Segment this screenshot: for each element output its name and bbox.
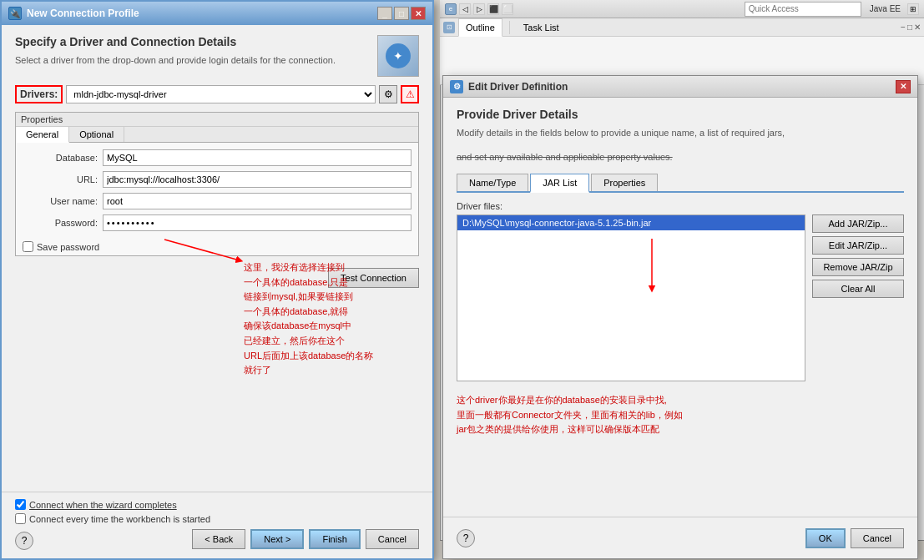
driver-gear-btn[interactable]: ⚙ bbox=[379, 85, 397, 103]
ncp-dialog: 🔌 New Connection Profile _ □ ✕ Specify a… bbox=[0, 0, 434, 560]
connect-start-checkbox[interactable] bbox=[15, 513, 26, 524]
database-label: Database: bbox=[23, 153, 98, 163]
ncp-section-desc: Select a driver from the drop-down and p… bbox=[15, 53, 336, 68]
edit-jar-btn[interactable]: Edit JAR/Zip... bbox=[812, 236, 904, 255]
save-password-row: Save password bbox=[16, 238, 418, 255]
connect-wizard-row: Connect when the wizard completes bbox=[15, 499, 419, 510]
java-ee-label: Java EE bbox=[870, 4, 901, 13]
edd-tabs: Name/Type JAR List Properties bbox=[457, 174, 904, 193]
ncp-close-btn[interactable]: ✕ bbox=[411, 7, 426, 20]
ncp-dialog-title: New Connection Profile bbox=[27, 8, 139, 19]
close-outline-btn[interactable]: ✕ bbox=[914, 23, 921, 32]
toolbar-icon-4[interactable]: ⬜ bbox=[502, 3, 513, 15]
edd-body: Provide Driver Details Modify details in… bbox=[443, 98, 917, 391]
maximize-outline-btn[interactable]: □ bbox=[907, 23, 912, 32]
username-label: User name: bbox=[23, 196, 98, 206]
clear-all-btn[interactable]: Clear All bbox=[812, 280, 904, 298]
left-annotation: 这里，我没有选择连接到 一个具体的database,只是 链接到mysql,如果… bbox=[244, 260, 373, 378]
driver-alert-btn[interactable]: ⚠ bbox=[401, 85, 419, 103]
dialog-bottom: Connect when the wizard completes Connec… bbox=[2, 492, 432, 558]
edd-section-desc2: and set any available and applicable pro… bbox=[457, 150, 904, 164]
edd-help-btn[interactable]: ? bbox=[457, 529, 475, 547]
edd-bottom-btns: OK Cancel bbox=[805, 528, 904, 548]
outline-tab-container: ⊡ Outline bbox=[443, 18, 502, 37]
edd-tab-properties[interactable]: Properties bbox=[591, 174, 658, 191]
properties-group: Properties General Optional Database: UR… bbox=[15, 112, 419, 256]
divider bbox=[509, 21, 510, 34]
ncp-logo-area: ✦ bbox=[377, 35, 419, 77]
connect-wizard-checkbox[interactable] bbox=[15, 499, 26, 510]
password-input[interactable] bbox=[103, 214, 412, 231]
save-password-label: Save password bbox=[37, 242, 99, 252]
edd-ok-btn[interactable]: OK bbox=[805, 528, 846, 548]
driver-row: Drivers: mldn-jdbc-mysql-driver ⚙ ⚠ bbox=[15, 85, 419, 103]
edd-bottom: ? OK Cancel bbox=[443, 517, 917, 558]
save-password-checkbox[interactable] bbox=[23, 241, 33, 252]
database-input[interactable] bbox=[103, 149, 412, 166]
toolbar-icon-2[interactable]: ▷ bbox=[473, 3, 485, 15]
tab-general[interactable]: General bbox=[16, 127, 69, 143]
edd-dialog: ⚙ Edit Driver Definition ✕ Provide Drive… bbox=[442, 75, 918, 559]
properties-label: Properties bbox=[16, 113, 418, 127]
edd-cancel-btn[interactable]: Cancel bbox=[851, 528, 904, 548]
minimize-outline-btn[interactable]: − bbox=[901, 23, 906, 32]
add-jar-btn[interactable]: Add JAR/Zip... bbox=[812, 214, 904, 233]
username-input[interactable] bbox=[103, 193, 412, 209]
ncp-dialog-controls: _ □ ✕ bbox=[377, 7, 426, 20]
next-btn[interactable]: Next > bbox=[250, 529, 304, 549]
ncp-dialog-titlebar: 🔌 New Connection Profile _ □ ✕ bbox=[2, 2, 432, 25]
right-annotation: 这个driver你最好是在你的database的安装目录中找, 里面一般都有Co… bbox=[457, 393, 683, 437]
drivers-label: Drivers: bbox=[15, 85, 63, 103]
url-input[interactable] bbox=[103, 171, 412, 188]
ncp-minimize-btn[interactable]: _ bbox=[377, 7, 392, 20]
edd-section-title: Provide Driver Details bbox=[457, 108, 904, 121]
driver-select[interactable]: mldn-jdbc-mysql-driver bbox=[66, 85, 376, 103]
edd-tab-jarlist[interactable]: JAR List bbox=[530, 174, 589, 193]
driver-files-label: Driver files: bbox=[457, 201, 904, 211]
tab-optional[interactable]: Optional bbox=[69, 127, 124, 142]
edd-dialog-title: Edit Driver Definition bbox=[468, 81, 568, 93]
properties-tabs: General Optional bbox=[16, 127, 418, 143]
ncp-section-title: Specify a Driver and Connection Details bbox=[15, 35, 336, 48]
finish-btn[interactable]: Finish bbox=[309, 529, 360, 549]
help-btn[interactable]: ? bbox=[15, 532, 33, 550]
connect-start-label: Connect every time the workbench is star… bbox=[29, 514, 210, 524]
driver-files-list[interactable]: D:\MySQL\mysql-connector-java-5.1.25-bin… bbox=[457, 214, 805, 381]
outline-icon: ⊡ bbox=[443, 22, 455, 33]
connect-start-row: Connect every time the workbench is star… bbox=[15, 513, 419, 524]
driver-files-buttons: Add JAR/Zip... Edit JAR/Zip... Remove JA… bbox=[812, 214, 904, 381]
driver-file-item[interactable]: D:\MySQL\mysql-connector-java-5.1.25-bin… bbox=[457, 215, 805, 230]
eclipse-topbar: e ◁ ▷ ⬛ ⬜ Java EE ⊞ bbox=[440, 0, 924, 18]
edd-close-btn[interactable]: ✕ bbox=[896, 80, 911, 93]
task-list-tab[interactable]: Task List bbox=[517, 18, 566, 37]
edd-section-desc1: Modify details in the fields below to pr… bbox=[457, 126, 904, 140]
driver-files-container: D:\MySQL\mysql-connector-java-5.1.25-bin… bbox=[457, 214, 904, 381]
outline-tab[interactable]: Outline bbox=[458, 18, 502, 37]
screen: e ◁ ▷ ⬛ ⬜ Java EE ⊞ om_mldn_emp.sql ✕ ⊡ … bbox=[0, 0, 924, 560]
url-label: URL: bbox=[23, 174, 98, 184]
back-btn[interactable]: < Back bbox=[192, 529, 245, 549]
properties-form: Database: URL: User name: Password: bbox=[16, 143, 418, 238]
bottom-buttons: ? < Back Next > Finish Cancel bbox=[15, 529, 419, 549]
ncp-maximize-btn[interactable]: □ bbox=[394, 7, 409, 20]
remove-jar-btn[interactable]: Remove JAR/Zip bbox=[812, 258, 904, 276]
edd-icon: ⚙ bbox=[450, 80, 463, 93]
ncp-logo-icon: ✦ bbox=[386, 43, 411, 68]
quick-access-input[interactable] bbox=[745, 2, 861, 17]
cancel-btn[interactable]: Cancel bbox=[366, 529, 419, 549]
outline-tabs: ⊡ Outline Task List − □ ✕ bbox=[440, 18, 924, 37]
perspective-btn[interactable]: ⊞ bbox=[907, 3, 919, 15]
eclipse-logo-icon: e bbox=[445, 3, 457, 15]
edd-tab-nametype[interactable]: Name/Type bbox=[457, 174, 528, 191]
edd-dialog-titlebar: ⚙ Edit Driver Definition ✕ bbox=[443, 76, 917, 98]
connect-wizard-label[interactable]: Connect when the wizard completes bbox=[29, 500, 177, 510]
toolbar-icon-1[interactable]: ◁ bbox=[459, 3, 471, 15]
ncp-dialog-icon: 🔌 bbox=[8, 7, 22, 20]
password-label: Password: bbox=[23, 218, 98, 228]
toolbar-icon-3[interactable]: ⬛ bbox=[487, 3, 499, 15]
